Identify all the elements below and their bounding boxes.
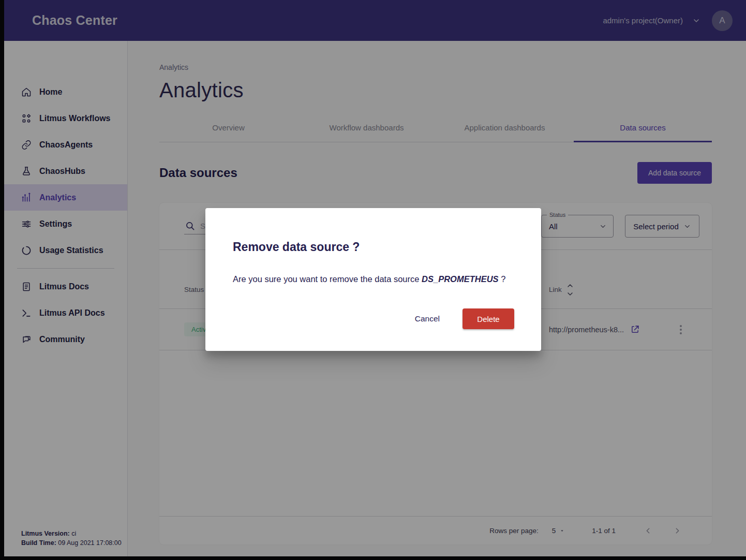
modal-actions: Cancel Delete <box>414 308 514 329</box>
modal-title: Remove data source ? <box>233 240 514 254</box>
modal-message: Are you sure you want to remove the data… <box>233 274 514 284</box>
cancel-button[interactable]: Cancel <box>414 310 441 328</box>
remove-data-source-modal: Remove data source ? Are you sure you wa… <box>205 208 541 351</box>
data-source-name: DS_PROMETHEUS <box>422 274 499 284</box>
delete-button[interactable]: Delete <box>462 308 514 329</box>
